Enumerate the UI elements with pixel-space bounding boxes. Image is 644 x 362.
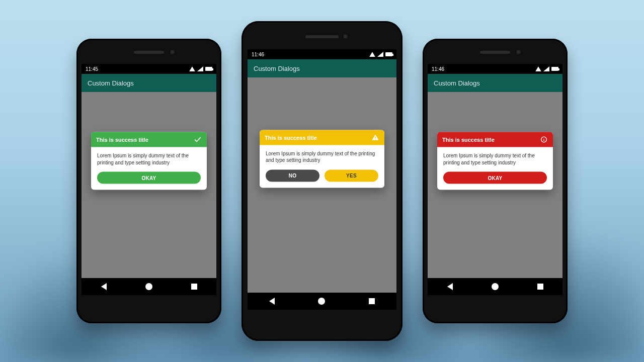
status-time: 11:45 (86, 66, 98, 72)
earpiece (134, 51, 164, 54)
info-icon (540, 136, 548, 144)
battery-icon (385, 52, 392, 56)
battery-icon (205, 67, 212, 71)
earpiece (305, 35, 339, 38)
app-bar: Custom Dialogs (248, 59, 396, 77)
nav-home-icon[interactable] (145, 283, 152, 290)
app-title: Custom Dialogs (88, 79, 134, 87)
warning-icon (371, 133, 379, 141)
dialog-actions: NO YES (260, 169, 384, 188)
nav-back-icon[interactable] (101, 283, 107, 290)
app-bar: Custom Dialogs (82, 74, 216, 92)
wifi-icon (369, 52, 375, 57)
screen: 11:45 Custom Dialogs This is success tit… (82, 64, 216, 295)
error-dialog: This is success title Lorem Ipsum is sim… (437, 132, 553, 190)
nav-home-icon[interactable] (318, 298, 325, 305)
phone-row: 11:45 Custom Dialogs This is success tit… (0, 0, 644, 362)
dialog-actions: OKAY (91, 172, 207, 190)
dialog-header: This is success title (91, 132, 207, 147)
nav-back-icon[interactable] (447, 283, 453, 290)
app-title: Custom Dialogs (434, 79, 480, 87)
dialog-body: Lorem Ipsum is simply dummy text of the … (437, 147, 553, 172)
app-bar: Custom Dialogs (428, 74, 562, 92)
success-dialog: This is success title Lorem Ipsum is sim… (91, 132, 207, 190)
dialog-title: This is success title (442, 137, 495, 143)
signal-icon (197, 66, 203, 71)
warning-dialog: This is success title Lorem Ipsum is sim… (260, 130, 384, 188)
dialog-header: This is success title (437, 132, 553, 147)
front-camera (343, 34, 348, 39)
front-camera (516, 50, 521, 54)
earpiece (480, 51, 510, 54)
okay-button[interactable]: OKAY (443, 172, 547, 184)
status-icons (369, 52, 392, 57)
nav-bar (82, 278, 216, 295)
no-button[interactable]: NO (266, 169, 319, 182)
phone-success: 11:45 Custom Dialogs This is success tit… (76, 39, 221, 323)
nav-home-icon[interactable] (492, 283, 499, 290)
nav-bar (428, 278, 562, 295)
check-icon (194, 136, 202, 144)
dialog-title: This is success title (96, 137, 148, 143)
dialog-body: Lorem Ipsum is simply dummy text of the … (260, 145, 384, 169)
nav-back-icon[interactable] (269, 298, 275, 305)
dialog-title: This is success title (265, 134, 317, 140)
wifi-icon (189, 66, 195, 71)
signal-icon (543, 66, 549, 71)
screen: 11:46 Custom Dialogs This is success tit… (248, 49, 396, 310)
status-icons (189, 66, 212, 71)
screen: 11:46 Custom Dialogs This is success tit… (428, 64, 562, 295)
app-title: Custom Dialogs (254, 65, 300, 72)
phone-error: 11:46 Custom Dialogs This is success tit… (423, 39, 568, 323)
status-time: 11:46 (432, 66, 444, 72)
nav-bar (248, 293, 396, 310)
dialog-actions: OKAY (437, 172, 553, 190)
yes-button[interactable]: YES (325, 169, 378, 182)
battery-icon (551, 67, 558, 71)
signal-icon (377, 52, 383, 57)
nav-recent-icon[interactable] (191, 284, 197, 290)
status-bar: 11:46 (428, 64, 562, 74)
wifi-icon (535, 66, 541, 71)
status-bar: 11:46 (248, 49, 396, 59)
dialog-body: Lorem Ipsum is simply dummy text of the … (91, 147, 207, 172)
status-icons (535, 66, 558, 71)
status-bar: 11:45 (82, 64, 216, 74)
front-camera (170, 50, 175, 54)
dialog-header: This is success title (260, 130, 384, 145)
phone-warning: 11:46 Custom Dialogs This is success tit… (242, 21, 403, 341)
svg-rect-0 (375, 136, 375, 138)
svg-rect-1 (375, 138, 375, 139)
okay-button[interactable]: OKAY (97, 172, 201, 184)
nav-recent-icon[interactable] (369, 298, 375, 304)
status-time: 11:46 (252, 52, 264, 57)
nav-recent-icon[interactable] (537, 284, 543, 290)
